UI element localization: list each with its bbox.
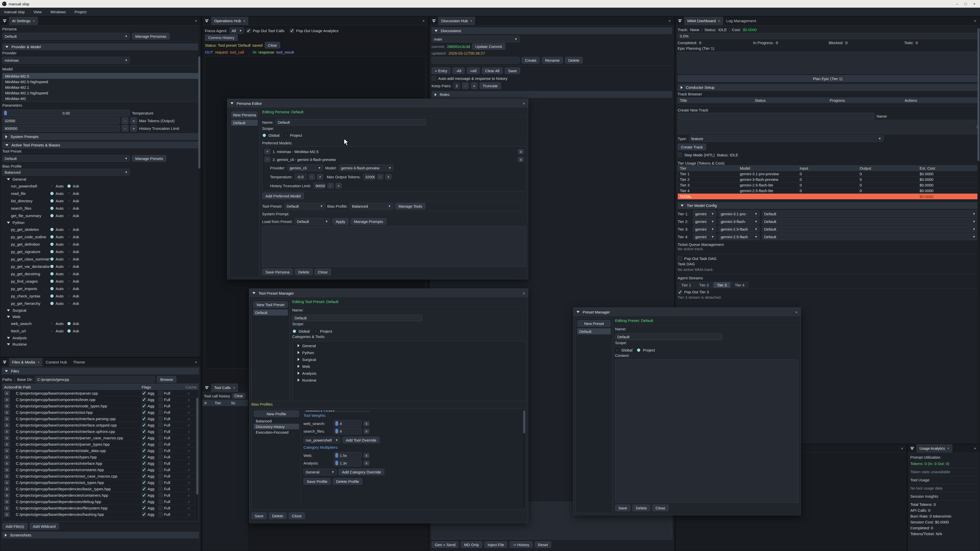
provider-dropdown[interactable]: minimax▼ [2, 57, 130, 64]
pop-out-tool-calls-checkbox[interactable] [246, 28, 251, 33]
run_powershell-ask-radio[interactable] [67, 184, 71, 188]
scope-project-radio[interactable] [313, 329, 318, 333]
py_get_var_declaration-ask-radio[interactable] [67, 264, 71, 268]
full-checkbox[interactable] [158, 435, 163, 440]
max-tokens-plus-button[interactable]: + [130, 118, 137, 124]
new-tool-preset-button[interactable]: New Tool Preset [253, 301, 288, 308]
tier3-model-dropdown[interactable]: gemini-2.5-flash▼ [718, 226, 760, 232]
full-checkbox[interactable] [158, 423, 163, 427]
panel-menu-icon[interactable] [0, 358, 9, 366]
track-name-input[interactable] [678, 113, 875, 119]
full-checkbox[interactable] [158, 391, 163, 395]
agg-checkbox[interactable] [142, 397, 146, 402]
tab-close-icon[interactable]: × [243, 19, 245, 23]
close-icon[interactable]: × [974, 2, 975, 6]
delete-persona-button[interactable]: Delete [295, 268, 312, 275]
agg-checkbox[interactable] [142, 429, 146, 433]
panel-menu-icon[interactable] [0, 17, 9, 25]
full-checkbox[interactable] [158, 429, 163, 433]
weight-search_files-slider[interactable]: 4 [334, 428, 362, 434]
full-checkbox[interactable] [158, 410, 163, 414]
minimize-icon[interactable]: – [956, 2, 958, 6]
tier4-model-dropdown[interactable]: gemini-2.5-flash▼ [718, 233, 760, 240]
tool-group-analysis[interactable]: Analysis [2, 335, 199, 341]
py_get_definition-auto-radio[interactable] [50, 242, 54, 246]
track-description-input[interactable] [678, 120, 978, 134]
close-persona-button[interactable]: Close [315, 268, 331, 275]
remove-file-button[interactable]: x [4, 442, 10, 447]
roles-section-header[interactable]: Roles [431, 91, 672, 98]
track-type-dropdown[interactable]: feature▼ [689, 135, 883, 142]
full-checkbox[interactable] [158, 486, 163, 491]
tab-usage-analytics[interactable]: Usage Analytics× [916, 444, 953, 453]
persona-list-item[interactable]: Default [231, 120, 258, 126]
max-minus-button[interactable]: - [377, 174, 383, 179]
category-general[interactable]: General [294, 343, 524, 348]
preset-name-input[interactable]: Default [615, 333, 722, 340]
entry-button-save[interactable]: Save [505, 67, 520, 74]
model-option[interactable]: MiniMax-M2 [3, 96, 198, 101]
tab-close-icon[interactable]: × [470, 19, 472, 23]
remove-model-1-button[interactable]: x [518, 149, 524, 154]
full-checkbox[interactable] [158, 493, 163, 497]
weight-web_search-remove-button[interactable]: x [364, 421, 369, 426]
agg-checkbox[interactable] [142, 416, 146, 421]
category-override-dropdown[interactable]: General▼ [304, 468, 337, 475]
tier2-provider-dropdown[interactable]: gemini▼ [693, 218, 716, 225]
create-discussion-button[interactable]: Create [522, 57, 540, 64]
read_file-auto-radio[interactable] [50, 191, 54, 196]
category-runtime[interactable]: Runtime [294, 377, 524, 383]
keep-pairs-plus-button[interactable]: + [471, 83, 477, 89]
tool-calls-table-body[interactable] [202, 406, 248, 551]
agg-checkbox[interactable] [142, 423, 146, 427]
remove-file-button[interactable]: x [4, 423, 10, 427]
pop-out-task-dag-checkbox[interactable] [678, 256, 682, 261]
full-checkbox[interactable] [158, 448, 163, 453]
composer-button-md-only[interactable]: MD Only [461, 541, 482, 548]
files-scrollbar[interactable] [196, 390, 198, 521]
tier3-preset-dropdown[interactable]: Default▼ [762, 226, 978, 232]
agg-checkbox[interactable] [142, 486, 146, 491]
delete-discussion-button[interactable]: Delete [565, 57, 583, 64]
epic-planning-input[interactable] [678, 52, 978, 74]
keep-pairs-input[interactable]: 2 [453, 83, 460, 89]
category-surgical[interactable]: Surgical [294, 357, 524, 362]
agg-checkbox[interactable] [142, 442, 146, 446]
hist-plus-button[interactable]: + [336, 183, 342, 189]
delete-tool-preset-button[interactable]: Delete [269, 513, 286, 519]
discussions-section-header[interactable]: Discussions [431, 27, 672, 34]
remove-file-button[interactable]: x [4, 461, 10, 466]
remove-file-button[interactable]: x [4, 435, 10, 440]
tab-log-management[interactable]: Log Management [723, 17, 759, 25]
full-checkbox[interactable] [158, 480, 163, 485]
full-checkbox[interactable] [158, 454, 163, 459]
browse-button[interactable]: Browse [157, 376, 177, 383]
full-checkbox[interactable] [158, 499, 163, 504]
new-profile-button[interactable]: New Profile [254, 410, 299, 417]
remove-file-button[interactable]: x [4, 454, 10, 459]
category-web[interactable]: Web [294, 364, 524, 369]
agg-checkbox[interactable] [142, 454, 146, 459]
add-category-override-button[interactable]: Add Category Override [339, 468, 384, 475]
save-tool-preset-button[interactable]: Save [251, 513, 267, 519]
tier1-preset-dropdown[interactable]: Default▼ [762, 210, 978, 217]
py_get_skeleton-ask-radio[interactable] [67, 227, 71, 232]
tab-theme[interactable]: Theme [70, 358, 88, 366]
agg-checkbox[interactable] [142, 410, 146, 414]
tool-preset-titlebar[interactable]: Tool Preset Manager × [249, 289, 528, 297]
model-option[interactable]: MiniMax-M2.5-highspeed [3, 79, 198, 84]
dialog-close-icon[interactable]: × [523, 291, 525, 295]
composer-button-inject-file[interactable]: Inject File [484, 541, 508, 548]
weight-web_search-slider[interactable]: 4 [334, 420, 362, 427]
plan-epic-button[interactable]: Plan Epic (Tier 1) [678, 75, 978, 82]
temp-plus-button[interactable]: + [317, 174, 323, 179]
tab-discussion-hub[interactable]: Discussion Hub× [438, 17, 475, 25]
load-preset-dropdown[interactable]: Default▼ [294, 218, 330, 225]
get_file_summary-ask-radio[interactable] [67, 213, 71, 218]
menu-item-project[interactable]: Project [75, 10, 86, 14]
web_search-ask-radio[interactable] [67, 321, 71, 326]
discussion-name-input[interactable] [431, 57, 520, 64]
profile-balanced[interactable]: Balanced [254, 418, 299, 424]
tool-preset-name-input[interactable]: Default [292, 314, 422, 321]
tab-close-icon[interactable]: × [233, 386, 235, 390]
